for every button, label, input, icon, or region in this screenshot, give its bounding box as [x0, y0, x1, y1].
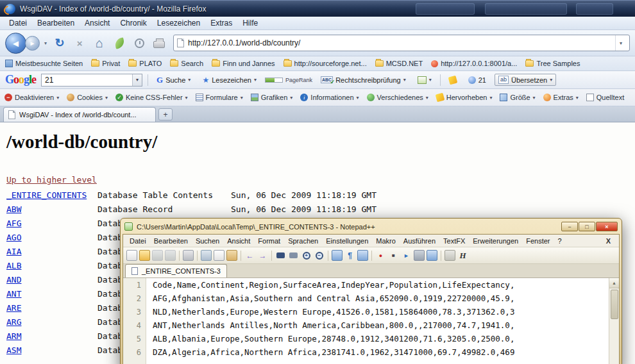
- entry-link[interactable]: AND: [6, 275, 21, 285]
- new-file-icon[interactable]: [126, 250, 137, 261]
- print-button[interactable]: [151, 35, 167, 51]
- open-file-icon[interactable]: [139, 250, 150, 261]
- bookmark-finn-und-jannes[interactable]: Finn und Jannes: [212, 60, 275, 67]
- history-dropdown[interactable]: ▾: [43, 40, 48, 46]
- play-macro-icon[interactable]: ►: [401, 250, 412, 261]
- feed-button[interactable]: [111, 35, 128, 51]
- webdev-css[interactable]: ✓Keine CSS-Fehler▾: [115, 94, 188, 101]
- bookmark-mcsd[interactable]: MCSD.NET: [375, 60, 423, 67]
- new-tab-button[interactable]: +: [158, 108, 173, 120]
- zoom-in-icon[interactable]: +: [301, 250, 312, 261]
- npp-menu-suchen[interactable]: Suchen: [192, 236, 223, 246]
- cut-icon[interactable]: [201, 250, 212, 261]
- google-search-input[interactable]: 21 ▾: [41, 74, 142, 87]
- redo-icon[interactable]: →: [257, 250, 268, 261]
- webdev-grafiken[interactable]: Grafiken▾: [251, 94, 293, 101]
- npp-menu-makro[interactable]: Makro: [372, 236, 400, 246]
- npp-menu-einstellungen[interactable]: Einstellungen: [322, 236, 372, 246]
- entry-link[interactable]: ARM: [6, 331, 21, 341]
- zoom-out-icon[interactable]: −: [314, 250, 325, 261]
- doc-switcher-icon[interactable]: [444, 250, 455, 261]
- notepad-window[interactable]: C:\Users\Martin\AppData\Local\Temp\_ENTI…: [120, 218, 622, 364]
- npp-close-document-button[interactable]: X: [600, 237, 616, 245]
- menu-hilfe[interactable]: Hilfe: [237, 17, 263, 29]
- indent-guide-icon[interactable]: [357, 250, 368, 261]
- webdev-groesse[interactable]: Größe▾: [500, 94, 535, 101]
- run-macro-multiple-icon[interactable]: [427, 250, 437, 261]
- copy-icon[interactable]: [214, 250, 224, 261]
- npp-menu-bearbeiten[interactable]: Bearbeiten: [150, 236, 192, 246]
- npp-menu-sprachen[interactable]: Sprachen: [284, 236, 322, 246]
- translate-button[interactable]: ab Übersetzen ▾: [495, 74, 556, 86]
- entry-link[interactable]: ARG: [6, 317, 21, 327]
- entry-link[interactable]: ABW: [6, 204, 21, 214]
- find-icon[interactable]: [275, 250, 286, 261]
- entry-link[interactable]: _ENTIRE_CONTENTS: [6, 190, 87, 200]
- npp-tab-entire-contents[interactable]: _ENTIRE_CONTENTS-3: [125, 264, 227, 277]
- hex-editor-icon[interactable]: H: [457, 250, 468, 261]
- bookmark-sourceforge[interactable]: http://sourceforge.net...: [284, 60, 367, 67]
- entry-link[interactable]: AGO: [6, 233, 21, 242]
- bookmark-plato[interactable]: PLATO: [128, 60, 162, 67]
- bookmark-search[interactable]: Search: [170, 60, 203, 67]
- entry-link[interactable]: ANT: [6, 289, 21, 299]
- stop-button[interactable]: ×: [71, 35, 88, 51]
- paste-icon[interactable]: [226, 250, 237, 261]
- url-dropdown[interactable]: ▾: [615, 35, 626, 51]
- forward-button[interactable]: ►: [25, 36, 40, 51]
- npp-menu-ausfuehren[interactable]: Ausführen: [400, 236, 439, 246]
- save-icon[interactable]: [152, 250, 163, 261]
- npp-menu-fenster[interactable]: Fenster: [522, 236, 554, 246]
- close-button[interactable]: ×: [596, 222, 618, 231]
- npp-menu-help[interactable]: ?: [554, 236, 565, 246]
- stop-macro-icon[interactable]: ■: [388, 250, 399, 261]
- webdev-quelltext[interactable]: Quelltext: [586, 94, 624, 101]
- show-symbols-icon[interactable]: ¶: [344, 250, 355, 261]
- entry-link[interactable]: AIA: [6, 247, 21, 256]
- webdev-cookies[interactable]: Cookies▾: [67, 94, 108, 101]
- replace-icon[interactable]: [288, 250, 299, 261]
- notepad-titlebar[interactable]: C:\Users\Martin\AppData\Local\Temp\_ENTI…: [123, 220, 620, 234]
- bookmark-tree-samples[interactable]: Tree Samples: [525, 60, 580, 67]
- url-bar[interactable]: http://127.0.0.1/world-db/country/ ▾: [173, 35, 630, 51]
- npp-menu-ansicht[interactable]: Ansicht: [223, 236, 254, 246]
- webdev-verschiedenes[interactable]: Verschiedenes▾: [367, 94, 428, 101]
- history-button[interactable]: [131, 35, 148, 51]
- npp-menu-erweiterungen[interactable]: Erweiterungen: [469, 236, 522, 246]
- webdev-hervorheben[interactable]: Hervorheben▾: [436, 94, 493, 101]
- menu-chronik[interactable]: Chronik: [115, 17, 151, 29]
- undo-icon[interactable]: ←: [244, 250, 255, 261]
- menu-ansicht[interactable]: Ansicht: [80, 17, 115, 29]
- entry-link[interactable]: ASM: [6, 345, 21, 355]
- npp-menu-datei[interactable]: Datei: [126, 236, 150, 246]
- minimize-button[interactable]: −: [561, 222, 578, 231]
- spellcheck-button[interactable]: ABC✓ Rechtschreibprüfung ▾: [318, 75, 409, 85]
- menu-lesezeichen[interactable]: Lesezeichen: [152, 17, 205, 29]
- search-history-dropdown[interactable]: ▾: [132, 74, 142, 86]
- word-wrap-icon[interactable]: [332, 250, 343, 261]
- npp-menu-textfx[interactable]: TextFX: [439, 236, 469, 246]
- print-icon[interactable]: [183, 250, 194, 261]
- firefox-titlebar[interactable]: WsgiDAV - Index of /world-db/country/ - …: [0, 0, 635, 17]
- editor-lines[interactable]: 1 Code,Name,Continent,Region,SurfaceArea…: [123, 278, 609, 364]
- scroll-up-button[interactable]: ▲: [609, 278, 620, 288]
- webdev-deaktivieren[interactable]: −Deaktivieren▾: [4, 94, 59, 101]
- menu-datei[interactable]: Datei: [4, 17, 32, 29]
- home-button[interactable]: ⌂: [91, 35, 108, 51]
- entry-link[interactable]: ARE: [6, 303, 21, 313]
- reload-button[interactable]: ↻: [51, 35, 68, 51]
- entry-link[interactable]: ALB: [6, 261, 21, 270]
- maximize-button[interactable]: □: [579, 222, 595, 231]
- record-macro-icon[interactable]: ●: [375, 250, 386, 261]
- bookmark-privat[interactable]: Privat: [91, 60, 120, 67]
- save-macro-icon[interactable]: [414, 250, 425, 261]
- save-all-icon[interactable]: [165, 250, 176, 261]
- google-search-button[interactable]: G Suche ▾: [153, 74, 194, 87]
- scrollbar-thumb[interactable]: [611, 290, 618, 319]
- notepad-editor[interactable]: 1 Code,Name,Continent,Region,SurfaceArea…: [123, 278, 619, 364]
- url-text[interactable]: http://127.0.0.1/world-db/country/: [188, 38, 611, 47]
- webdev-extras[interactable]: Extras▾: [543, 94, 579, 101]
- webdev-formulare[interactable]: Formulare▾: [196, 94, 243, 101]
- npp-menu-format[interactable]: Format: [254, 236, 284, 246]
- up-to-higher-level-link[interactable]: Up to higher level: [6, 175, 97, 185]
